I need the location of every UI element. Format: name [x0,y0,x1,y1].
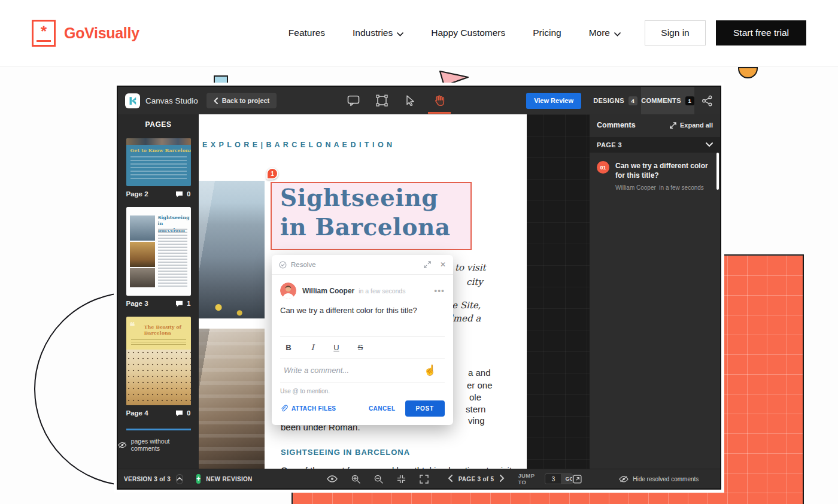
comment-bubble-icon [175,300,183,307]
cancel-button[interactable]: CANCEL [369,405,396,412]
comment-popup-header: Resolve ✕ [272,255,453,275]
tab-designs[interactable]: DESIGNS 4 [590,87,641,114]
underline-button[interactable]: U [332,343,341,352]
panel-scrollbar[interactable] [716,153,719,190]
mention-hint: Use @ to mention. [280,388,445,394]
page-4-comment-count[interactable]: 0 [175,409,190,417]
tab-comments-active[interactable]: COMMENTS 1 [641,87,694,114]
chevron-up-icon [177,477,183,481]
new-revision-label: NEW REVISION [206,476,253,482]
view-review-button[interactable]: View Review [526,93,581,109]
transform-tool-icon[interactable] [375,94,388,107]
prev-page-button[interactable] [448,475,453,483]
brand-logo[interactable]: * GoVisually [32,20,139,47]
page-2-comment-count[interactable]: 0 [175,190,190,198]
zoom-out-icon[interactable] [374,475,383,484]
chevron-down-icon [706,142,713,147]
pages-without-comments-toggle[interactable]: pages without comments [118,438,199,452]
comment-composer: B I U S ☝ Use @ to mention. [280,336,445,418]
nav-link-features[interactable]: Features [289,28,325,38]
comments-count-badge: 1 [685,96,694,105]
post-button[interactable]: POST [405,400,445,417]
hand-cursor-icon: ☝ [424,364,436,377]
expand-all-icon [670,122,676,129]
comment-number-badge: 01 [597,161,609,174]
pages-title: PAGES [118,120,199,129]
attach-files-button[interactable]: ATTACH FILES [280,405,336,413]
comment-item-meta: William Cooper in a few seconds [615,184,710,192]
doc-text-fragment: ving [468,415,485,426]
comment-options-icon[interactable]: ••• [434,286,445,296]
designs-count-badge: 4 [628,96,637,105]
strikethrough-button[interactable]: S [356,343,365,352]
page-4-label-row: Page 4 0 [126,409,191,417]
comment-timestamp: in a few seconds [359,287,405,294]
avatar-william-cooper [280,283,296,299]
comment-popup-body: William Cooper in a few seconds ••• Can … [272,275,453,425]
expand-all-button[interactable]: Expand all [670,122,713,129]
italic-button[interactable]: I [308,343,317,352]
page-2-label: Page 2 [126,190,148,198]
bold-button[interactable]: B [284,343,293,352]
design-canvas[interactable]: E X P L O R E | B A R C E L O N A E D I … [199,114,590,469]
back-to-project-button[interactable]: Back to project [207,93,277,108]
document-kicker: E X P L O R E | B A R C E L O N A E D I … [202,141,393,149]
nav-link-pricing[interactable]: Pricing [533,28,561,38]
app-logo-icon [125,93,140,108]
page-3-comment-count[interactable]: 1 [175,300,190,307]
nav-link-industries[interactable]: Industries [353,27,403,39]
app-header: Canvas Studio Back to project V [118,87,720,114]
comment-input[interactable] [284,366,424,375]
cursor-tool-icon[interactable] [404,94,417,107]
sidebar-divider [126,429,191,430]
comment-bubble-icon [175,410,183,417]
nav-link-more[interactable]: More [589,27,621,39]
open-external-icon[interactable] [573,475,582,484]
share-button[interactable] [694,87,720,114]
page-2-label-row: Page 2 0 [126,190,191,198]
preview-eye-icon[interactable] [327,475,338,482]
comment-pin-1[interactable]: 1 [266,168,278,180]
page-3-thumbnail[interactable]: Sightseeingin Barcelona [126,207,191,296]
hand-tool-icon-active[interactable] [433,94,446,107]
resolve-button[interactable]: Resolve [279,261,316,269]
next-page-button[interactable] [500,475,505,483]
fullscreen-icon[interactable] [420,475,429,484]
nav-link-happy-customers[interactable]: Happy Customers [431,28,505,38]
comment-popup: Resolve ✕ William Cooper [272,255,453,425]
pages-sidebar: PAGES Get to Know Barcelona Page 2 0 [118,114,199,469]
document-photo-city-street [199,181,265,318]
toolbar [347,87,446,114]
start-free-trial-button[interactable]: Start free trial [716,20,806,45]
zoom-in-icon[interactable] [351,475,360,484]
version-collapse-button[interactable] [176,474,183,484]
comment-tool-icon[interactable] [347,94,360,107]
jump-to-input[interactable] [545,476,561,482]
comment-item-text: Can we try a different color for this ti… [615,161,710,192]
doc-paragraph-next: One of the most famous and breathtaking … [281,465,520,469]
paperclip-icon [280,405,288,413]
expand-popup-icon[interactable] [424,261,431,268]
fit-to-screen-icon[interactable] [397,475,406,484]
page-2-thumbnail[interactable]: Get to Know Barcelona [126,138,191,186]
chevron-left-icon [214,98,218,104]
title-highlight-annotation[interactable]: Sightseeingin Barcelona [271,182,472,250]
app-name: Canvas Studio [145,96,198,105]
close-popup-icon[interactable]: ✕ [440,260,446,269]
new-revision-plus-button[interactable]: + [196,474,201,484]
document-photo-building [199,329,265,469]
jump-to-label: JUMP TO [518,472,540,485]
sign-in-button[interactable]: Sign in [645,20,706,45]
app-footer-bar: VERSION 3 of 3 + NEW REVISION [118,469,720,488]
chevron-down-icon [614,28,621,39]
page-indicator: PAGE 3 of 5 [459,476,494,482]
page-3-section-header[interactable]: PAGE 3 [590,137,720,153]
doc-text-fragment: lmed a [450,313,481,324]
jump-go-button[interactable]: GO [561,474,573,484]
page-4-thumbnail[interactable]: ❝ The Beauty ofBarcelona [126,317,191,405]
comment-list-item[interactable]: 01 Can we try a different color for this… [590,153,720,201]
comment-text: Can we try a different color for this ti… [280,306,445,315]
page-4-label: Page 4 [126,409,148,417]
hide-resolved-comments-toggle[interactable]: Hide resolved comments [619,476,699,482]
doc-text-fragment: to visit [455,262,486,273]
